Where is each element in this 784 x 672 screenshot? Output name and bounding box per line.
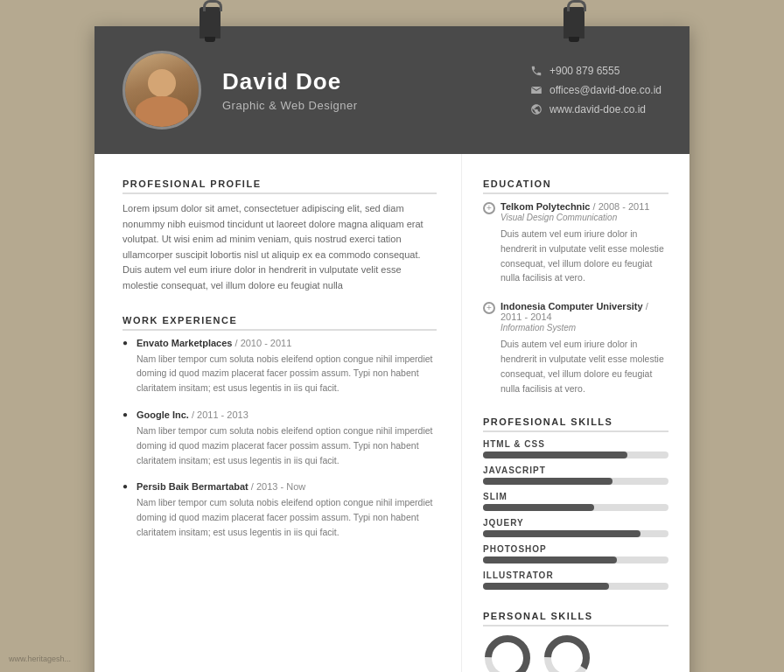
work-year: / 2013 - Now bbox=[251, 481, 305, 492]
avatar bbox=[122, 51, 201, 130]
skill-bar-bg bbox=[483, 556, 668, 564]
skill-item: HTML & CSS bbox=[483, 439, 668, 458]
edu-item: Telkom Polytechnic / 2008 - 2011 Visual … bbox=[483, 201, 668, 285]
personal-skills-list bbox=[483, 634, 668, 672]
work-company: Envato Marketplaces / 2010 - 2011 bbox=[136, 338, 437, 348]
edu-school: Telkom Polytechnic / 2008 - 2011 bbox=[500, 201, 668, 212]
skill-label: PHOTOSHOP bbox=[483, 544, 668, 554]
contact-website: www.david-doe.co.id bbox=[530, 103, 662, 116]
skills-section: PROFESIONAL SKILLS HTML & CSS JAVASCRIPT bbox=[483, 416, 668, 590]
education-section: EDUCATION Telkom Polytechnic / 2008 - 20… bbox=[483, 178, 668, 396]
edu-field: Information System bbox=[500, 323, 668, 332]
clip-right bbox=[564, 7, 584, 38]
candidate-name: David Doe bbox=[222, 68, 509, 95]
work-item: Envato Marketplaces / 2010 - 2011 Nam li… bbox=[122, 338, 437, 396]
header-name-block: David Doe Graphic & Web Designer bbox=[222, 68, 509, 112]
profile-title: PROFESIONAL PROFILE bbox=[122, 178, 437, 194]
resume-page: David Doe Graphic & Web Designer +900 87… bbox=[94, 26, 690, 672]
skill-item: PHOTOSHOP bbox=[483, 544, 668, 564]
work-item: Google Inc. / 2011 - 2013 Nam liber temp… bbox=[122, 410, 437, 467]
work-year: / 2011 - 2013 bbox=[192, 410, 248, 420]
work-experience-section: WORK EXPERIENCE Envato Marketplaces / 20… bbox=[122, 315, 437, 540]
skill-bar-fill bbox=[483, 504, 594, 511]
skill-item: JQUERY bbox=[483, 518, 668, 537]
edu-icon bbox=[483, 302, 495, 314]
website-icon bbox=[530, 103, 542, 116]
skill-item: ILLUSTRATOR bbox=[483, 570, 668, 590]
resume-body: PROFESIONAL PROFILE Lorem ipsum dolor si… bbox=[94, 154, 690, 672]
personal-skills-section: PERSONAL SKILLS bbox=[483, 611, 668, 672]
personal-skills-title: PERSONAL SKILLS bbox=[483, 611, 668, 626]
skill-bar-bg bbox=[483, 583, 668, 590]
work-desc: Nam liber tempor cum soluta nobis eleife… bbox=[136, 495, 437, 539]
skill-label: SLIM bbox=[483, 492, 668, 501]
skill-label: ILLUSTRATOR bbox=[483, 570, 668, 580]
work-year: / 2010 - 2011 bbox=[235, 338, 292, 348]
work-title: WORK EXPERIENCE bbox=[122, 315, 437, 331]
skill-bar-bg bbox=[483, 530, 668, 537]
education-title: EDUCATION bbox=[483, 178, 668, 194]
edu-icon bbox=[483, 202, 495, 214]
contact-email: offices@david-doe.co.id bbox=[530, 84, 662, 96]
watermark: www.heritagesh... bbox=[9, 654, 71, 663]
skill-bar-bg bbox=[483, 478, 668, 485]
header-contact: +900 879 6555 offices@david-doe.co.id ww… bbox=[530, 65, 662, 116]
skill-bar-fill bbox=[483, 530, 640, 537]
edu-desc: Duis autem vel eum iriure dolor in hendr… bbox=[500, 337, 668, 396]
edu-field: Visual Design Communication bbox=[500, 213, 668, 222]
skill-label: JAVASCRIPT bbox=[483, 466, 668, 475]
work-company: Google Inc. / 2011 - 2013 bbox=[136, 410, 437, 420]
donut-chart-2 bbox=[542, 634, 592, 672]
email-text: offices@david-doe.co.id bbox=[550, 84, 662, 96]
personal-skill-item bbox=[483, 634, 532, 672]
resume-document: David Doe Graphic & Web Designer +900 87… bbox=[94, 26, 690, 672]
skill-bar-bg bbox=[483, 452, 668, 458]
left-column: PROFESIONAL PROFILE Lorem ipsum dolor si… bbox=[94, 154, 462, 672]
work-desc: Nam liber tempor cum soluta nobis eleife… bbox=[136, 352, 437, 396]
contact-phone: +900 879 6555 bbox=[530, 65, 662, 77]
skills-title: PROFESIONAL SKILLS bbox=[483, 416, 668, 432]
skill-item: JAVASCRIPT bbox=[483, 466, 668, 485]
skill-bar-fill bbox=[483, 583, 609, 590]
work-company: Persib Baik Bermartabat / 2013 - Now bbox=[136, 481, 437, 492]
email-icon bbox=[530, 84, 542, 96]
right-column: EDUCATION Telkom Polytechnic / 2008 - 20… bbox=[462, 154, 690, 672]
personal-skill-item bbox=[542, 634, 592, 672]
skill-label: JQUERY bbox=[483, 518, 668, 528]
phone-text: +900 879 6555 bbox=[550, 65, 620, 77]
profile-text: Lorem ipsum dolor sit amet, consectetuer… bbox=[122, 201, 437, 294]
skill-bar-fill bbox=[483, 478, 612, 485]
skill-bar-fill bbox=[483, 556, 617, 564]
skill-item: SLIM bbox=[483, 492, 668, 511]
edu-item: Indonesia Computer University / 2011 - 2… bbox=[483, 301, 668, 396]
profile-section: PROFESIONAL PROFILE Lorem ipsum dolor si… bbox=[122, 178, 437, 294]
work-item: Persib Baik Bermartabat / 2013 - Now Nam… bbox=[122, 481, 437, 539]
phone-icon bbox=[530, 65, 542, 77]
work-desc: Nam liber tempor cum soluta nobis eleife… bbox=[136, 424, 437, 467]
clip-left bbox=[200, 7, 220, 38]
skill-label: HTML & CSS bbox=[483, 439, 668, 449]
edu-school: Indonesia Computer University / 2011 - 2… bbox=[500, 301, 668, 322]
skill-bar-bg bbox=[483, 504, 668, 511]
website-text: www.david-doe.co.id bbox=[550, 103, 646, 116]
edu-desc: Duis autem vel eum iriure dolor in hendr… bbox=[500, 227, 668, 285]
candidate-title: Graphic & Web Designer bbox=[222, 99, 509, 112]
donut-chart-1 bbox=[483, 634, 532, 672]
resume-header: David Doe Graphic & Web Designer +900 87… bbox=[94, 26, 690, 154]
avatar-image bbox=[125, 53, 199, 127]
skill-bar-fill bbox=[483, 452, 627, 458]
